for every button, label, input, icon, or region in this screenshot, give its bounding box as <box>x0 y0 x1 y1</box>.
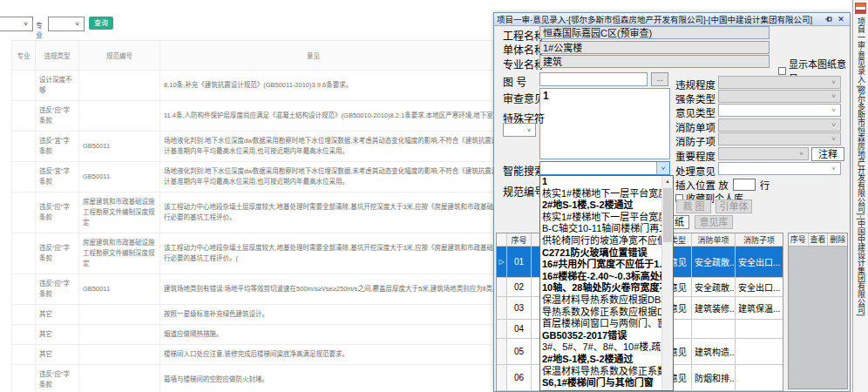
grid-cell-no: 02 <box>507 278 532 296</box>
cell-major <box>12 345 36 365</box>
cell-violation-type: 违反“宜”字条款 <box>36 132 79 162</box>
specialty-select[interactable]: ˅ <box>48 17 85 31</box>
dropdown-item[interactable]: 10轴、28轴处防火卷帘宽度不 <box>540 282 661 294</box>
field-select[interactable]: ˅ <box>718 90 841 103</box>
current-row-marker <box>497 339 507 364</box>
dropdown-item[interactable]: 首层楼梯间窗口与两侧门、窗 <box>540 318 661 330</box>
smart-search-combo[interactable]: ˅ <box>539 161 670 175</box>
panel-icon[interactable] <box>855 3 866 14</box>
attachment-table: 序号 查看 删除 <box>788 233 848 389</box>
grid-header-no: 序号 <box>507 233 532 246</box>
special-char-select[interactable]: ˅ <box>503 123 536 137</box>
cell-code <box>79 71 160 101</box>
cell-violation-type: 违反“应”字条款 <box>36 101 79 132</box>
unit-name-label: 单体名称 <box>503 42 545 57</box>
review-opinion-textarea[interactable]: 1 <box>539 88 670 159</box>
dropdown-item[interactable]: 供轮椅同行的坡道净宽不应低 <box>540 235 661 247</box>
cell-violation-type: 违反“宜”字条款 <box>36 162 79 193</box>
major-name-label: 专业名称 <box>503 57 545 71</box>
chevron-down-icon: ˅ <box>828 78 839 87</box>
cell-code: 房屋建筑和市政基础设施工程勘察文件编制深度规定 <box>79 193 160 233</box>
smart-search-label: 智能搜索 <box>503 163 545 178</box>
attach-header-no: 序号 <box>789 233 809 246</box>
close-icon[interactable]: ✕ <box>835 14 847 24</box>
dock-tab-label[interactable]: 项目一审-意见录入-[鄂尔多斯市恒森房地产开发有限公司]-[中国中建设计集团有限… <box>856 17 867 390</box>
dialog-field-row: 违规程度 ˅ <box>675 76 848 90</box>
dropdown-item[interactable]: 1 <box>540 176 661 188</box>
cell-code: GB50011 <box>79 162 160 193</box>
dropdown-item[interactable]: 2#地S-1楼,S-2楼通过 <box>540 354 661 366</box>
col-header-major: 专业 <box>12 41 36 71</box>
crop-image-button[interactable]: 裁 图 <box>676 199 711 213</box>
dropdown-item[interactable]: 3#、5#、7#、8#、10#楼,疏 <box>540 341 661 354</box>
filter-select-1[interactable]: ˅ <box>0 17 33 31</box>
opinion-library-button[interactable]: 意见库 <box>695 215 733 229</box>
cell-code <box>79 325 160 345</box>
grid-cell-fire-sub <box>736 320 783 338</box>
browse-button[interactable]: ... <box>651 72 668 86</box>
grid-cell-fire-unit: 安全疏散... <box>692 278 736 296</box>
grid-header-fire-sub: 消防子项 <box>736 233 783 246</box>
cell-major <box>12 162 36 193</box>
chevron-down-icon: ˅ <box>828 120 839 130</box>
field-select[interactable]: ˅ <box>718 147 809 160</box>
dialog-titlebar[interactable]: 项目一审-意见录入-[鄂尔多斯市恒森房地产开发有限公司]-[中国中建设计集团有限… <box>494 13 850 26</box>
dialog-title: 项目一审-意见录入-[鄂尔多斯市恒森房地产开发有限公司]-[中国中建设计集团有限… <box>497 13 823 25</box>
dropdown-item[interactable]: 16#楼梯在-2.40~-0.3标高处确 <box>540 271 661 283</box>
dropdown-item[interactable]: 保温材料导热系数及修正系数 <box>540 366 661 378</box>
dropdown-item[interactable]: 核实1#楼梯地下一层平台宽度 <box>540 212 661 224</box>
project-name-field[interactable]: 恒森国际嘉园C区(预审查) <box>539 26 770 39</box>
chevron-down-icon: ˅ <box>828 91 839 101</box>
unit-name-field[interactable]: 1#公寓楼 <box>539 41 770 54</box>
dropdown-item[interactable]: GB50352-2017错误 <box>540 330 661 342</box>
dialog-field-row: 消防子项 ˅ <box>675 132 848 146</box>
insert-position-input[interactable] <box>733 179 756 191</box>
query-button[interactable]: 查询 <box>89 17 113 30</box>
chevron-down-icon: ˅ <box>20 18 31 30</box>
field-select[interactable]: ˅ <box>718 104 841 117</box>
dropdown-item[interactable]: S6,1#楼梯间门与其他门窗 <box>540 377 661 389</box>
grid-cell-no: 05 <box>507 339 532 364</box>
review-opinion-label: 审查意见 <box>503 91 545 105</box>
field-select[interactable]: ˅ <box>718 132 841 145</box>
field-select[interactable]: ˅ <box>718 76 841 89</box>
current-row-marker <box>497 365 507 390</box>
dropdown-item[interactable]: 16#共用外门宽度不应低于1.2 <box>540 259 661 271</box>
grid-cell-no: 01 <box>507 247 532 277</box>
annotate-button[interactable]: 注释 <box>811 147 844 161</box>
dialog-field-row: 处理意见 ˅ <box>675 162 848 176</box>
dock-strip: 项目一审-意见录入-[鄂尔多斯市恒森房地产开发有限公司]-[中国中建设计集团有限… <box>852 0 868 392</box>
dropdown-scrollbar[interactable]: ▲ <box>661 176 673 390</box>
cell-major <box>12 305 36 325</box>
grid-cell-fire-unit: 建筑装修... <box>692 297 736 319</box>
chevron-down-icon: ˅ <box>828 164 839 173</box>
cell-major <box>12 325 36 345</box>
dropdown-item[interactable]: B-C轴交10-11轴间楼梯门再二 <box>540 223 661 235</box>
dialog-field-row: 消防单项 ˅ <box>675 118 848 132</box>
cell-major <box>12 274 36 305</box>
scroll-up-icon[interactable]: ▲ <box>662 176 673 187</box>
dropdown-item[interactable]: C2721防火玻璃位置错误 <box>540 247 661 260</box>
dropdown-item[interactable]: 核实1#楼梯地下一层平台宽度 <box>540 188 661 200</box>
screen: ˅ 专业 ˅ 查询 专业 违规类型 规范编号 意见 设计深度不够 <box>0 0 868 392</box>
scrollbar-thumb[interactable] <box>663 188 672 242</box>
field-select[interactable]: ˅ <box>718 118 841 132</box>
dropdown-item[interactable]: 2#地S-1楼,S-2楼通过 <box>540 199 661 212</box>
cell-major <box>12 233 36 274</box>
attachment-table-header: 序号 查看 删除 <box>789 233 847 247</box>
field-select[interactable]: ˅ <box>718 162 841 175</box>
dropdown-item[interactable]: 导热系数及修正系数应根据D <box>540 307 661 319</box>
grid-cell-fire-unit: 建筑构造... <box>692 339 736 364</box>
drawing-no-input[interactable] <box>539 72 648 86</box>
current-row-marker <box>497 247 507 277</box>
ref-unit-button[interactable]: 引单体 <box>715 199 752 213</box>
grid-cell-no: 04 <box>507 320 532 338</box>
specialty-label: 专业 <box>36 20 43 39</box>
dialog-field-row: 强条类型 ˅ <box>675 90 848 104</box>
project-name-label: 工程名称 <box>503 28 545 43</box>
grid-cell-fire-unit: 防烟和排... <box>692 365 736 390</box>
major-name-field[interactable]: 建筑 <box>539 55 770 68</box>
pin-icon[interactable] <box>823 14 835 24</box>
dropdown-item[interactable]: 保温材料导热系数应根据DBJ <box>540 294 661 307</box>
chevron-down-icon: ˅ <box>656 162 669 174</box>
